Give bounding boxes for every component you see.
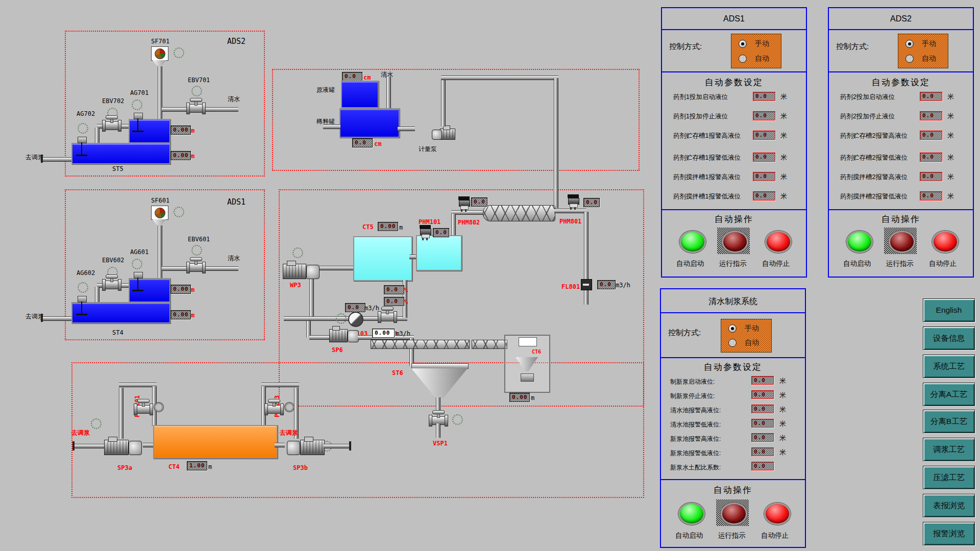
value-raw-tank-level: 0.0 — [342, 72, 362, 81]
valve-ebv701[interactable] — [186, 98, 206, 112]
radio-manual[interactable] — [739, 40, 747, 48]
pump-sp3b[interactable] — [285, 437, 324, 456]
pipe — [451, 214, 456, 237]
pipe — [309, 279, 314, 318]
valve-ebv702[interactable] — [102, 115, 121, 130]
flowmeter-fl103[interactable] — [348, 312, 363, 327]
param-input[interactable]: 0.0 — [751, 447, 774, 456]
tank-dilution[interactable] — [339, 108, 400, 138]
lamp-auto-stop[interactable] — [765, 231, 792, 253]
rotary-fan-icon — [155, 48, 165, 59]
unit-ads2-mix: m — [191, 127, 194, 134]
agitator-blade — [76, 314, 87, 315]
nav-button-english[interactable]: English — [923, 298, 975, 322]
pump-metering[interactable] — [432, 126, 455, 142]
sensor-phm802[interactable] — [458, 196, 471, 212]
param-input[interactable]: 0.0 — [920, 191, 942, 201]
radio-manual-label[interactable]: 手动 — [922, 39, 936, 48]
nav-button-slurry-mixing[interactable]: 调浆工艺 — [923, 438, 975, 461]
pump-sp6[interactable] — [329, 326, 359, 344]
control-mode-group: 手动 自动 — [731, 34, 781, 68]
pipe — [261, 383, 299, 387]
param-input[interactable]: 0.0 — [753, 131, 775, 140]
radio-manual[interactable] — [728, 324, 737, 333]
valve-handwheel[interactable] — [154, 403, 163, 412]
tank-raw[interactable] — [341, 81, 379, 108]
param-input[interactable]: 0.0 — [920, 111, 942, 120]
lamp-label-stop: 自动停止 — [929, 259, 957, 268]
pump-wp3[interactable] — [283, 261, 321, 280]
valve-handwheel[interactable] — [285, 403, 294, 412]
tank-ct5[interactable] — [353, 236, 412, 281]
param-input[interactable]: 0.0 — [920, 131, 942, 140]
param-input[interactable]: 0.0 — [920, 153, 942, 162]
radio-auto[interactable] — [739, 55, 747, 63]
tank-ct5b[interactable] — [416, 235, 462, 271]
radio-auto[interactable] — [728, 339, 737, 347]
nav-button-filter-press[interactable]: 压滤工艺 — [923, 466, 975, 489]
nav-button-separation-b[interactable]: 分离B工艺 — [923, 410, 975, 433]
valve-ebv601[interactable] — [186, 257, 206, 271]
radio-auto-label[interactable]: 自动 — [745, 338, 759, 347]
valve-ebv602[interactable] — [102, 274, 121, 289]
sensor-phm801[interactable] — [568, 194, 580, 210]
lamp-auto-start[interactable] — [679, 231, 706, 253]
tank-st5[interactable] — [71, 143, 170, 164]
nav-button-report-browse[interactable]: 表报浏览 — [923, 494, 975, 517]
tank-ct4[interactable] — [153, 425, 278, 459]
param-input[interactable]: 0.0 — [751, 376, 774, 385]
lamp-auto-start[interactable] — [846, 231, 873, 253]
param-unit: 米 — [779, 377, 786, 386]
param-input[interactable]: 0.0 — [751, 462, 774, 470]
screw-conveyor[interactable] — [483, 205, 555, 221]
nav-button-separation-a[interactable]: 分离A工艺 — [923, 383, 975, 406]
param-input[interactable]: 0.0 — [751, 390, 774, 399]
agitator-icon — [78, 296, 87, 303]
tank-st4[interactable] — [71, 302, 170, 323]
param-unit: 米 — [780, 131, 787, 140]
radio-auto-label[interactable]: 自动 — [922, 54, 936, 63]
pump-sp3a[interactable] — [104, 437, 143, 456]
lamp-run-indicator — [721, 503, 747, 525]
status-circle-ebv601 — [191, 245, 202, 256]
feeder-sf601[interactable] — [151, 206, 168, 220]
nav-button-device-info[interactable]: 设备信息 — [923, 327, 975, 350]
param-input[interactable]: 0.0 — [751, 419, 774, 428]
valve-ppv203[interactable] — [264, 399, 284, 413]
pipe — [441, 76, 558, 80]
label-metering-pump: 计量泵 — [419, 145, 437, 154]
param-label: 药剂搅拌槽2报警低液位 — [840, 192, 908, 201]
radio-manual-label[interactable]: 手动 — [755, 39, 769, 48]
belt-conveyor-1[interactable] — [371, 340, 470, 349]
param-unit: 米 — [779, 448, 786, 457]
radio-manual-label[interactable]: 手动 — [745, 324, 759, 333]
valve-ppv103[interactable] — [378, 307, 397, 321]
machine-ct6[interactable]: CT6 — [504, 335, 550, 393]
feeder-sf701[interactable] — [151, 46, 168, 61]
param-input[interactable]: 0.0 — [751, 405, 774, 413]
param-input[interactable]: 0.0 — [920, 92, 942, 101]
param-input[interactable]: 0.0 — [753, 172, 775, 181]
lamp-auto-stop[interactable] — [932, 231, 959, 253]
radio-manual[interactable] — [905, 40, 914, 48]
belt-conveyor-2[interactable] — [472, 340, 507, 349]
nav-button-alarm-browse[interactable]: 报警浏览 — [923, 522, 975, 545]
param-input[interactable]: 0.0 — [753, 111, 775, 120]
lamp-auto-start[interactable] — [678, 503, 705, 525]
param-input[interactable]: 0.0 — [920, 172, 942, 181]
lamp-auto-stop[interactable] — [764, 503, 791, 525]
radio-auto-label[interactable]: 自动 — [755, 54, 769, 63]
valve-vsp1[interactable] — [429, 410, 448, 424]
param-input[interactable]: 0.0 — [753, 191, 775, 201]
radio-auto[interactable] — [905, 55, 914, 63]
param-input[interactable]: 0.0 — [753, 153, 775, 162]
param-input[interactable]: 0.0 — [751, 433, 774, 442]
sensor-phm101[interactable] — [420, 225, 432, 240]
nav-button-system-process[interactable]: 系统工艺 — [923, 355, 975, 378]
flowmeter-fl801[interactable] — [581, 279, 592, 290]
param-input[interactable]: 0.0 — [753, 92, 775, 101]
value-ppv103-feedback: 0.0 — [384, 297, 404, 306]
valve-prv201[interactable] — [134, 399, 153, 413]
param-unit: 米 — [779, 391, 786, 400]
param-label: 药剂2投加停止液位 — [840, 112, 895, 121]
